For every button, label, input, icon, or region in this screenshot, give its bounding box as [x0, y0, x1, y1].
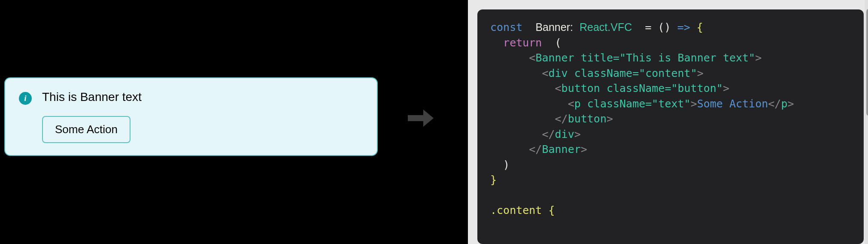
- code-editor[interactable]: const Banner: React.VFC = () => { return…: [477, 9, 864, 244]
- code-line: .content {: [490, 203, 853, 218]
- info-icon-glyph: i: [24, 94, 26, 103]
- svg-marker-1: [423, 110, 434, 127]
- banner-text: This is Banner text: [42, 90, 142, 104]
- code-line: <Banner title="This is Banner text">: [490, 50, 853, 66]
- code-line: </Banner>: [490, 142, 853, 157]
- code-line: const Banner: React.VFC = () => {: [490, 20, 853, 35]
- scrollbar-track[interactable]: [865, 0, 868, 244]
- scrollbar-thumb[interactable]: [866, 9, 868, 116]
- code-line: return (: [490, 35, 853, 51]
- code-line: </div>: [490, 127, 853, 142]
- action-button[interactable]: Some Action: [42, 116, 131, 143]
- code-line: ): [490, 157, 853, 173]
- banner-content: This is Banner text Some Action: [42, 90, 142, 143]
- banner: i This is Banner text Some Action: [4, 77, 378, 156]
- svg-rect-0: [408, 115, 423, 121]
- code-line: [490, 188, 853, 203]
- code-line: }: [490, 172, 853, 188]
- info-icon: i: [19, 92, 32, 105]
- code-line: <p className="text">Some Action</p>: [490, 96, 853, 112]
- code-line: <button className="button">: [490, 81, 853, 96]
- code-line: </button>: [490, 111, 853, 127]
- arrow-right-icon: [408, 107, 434, 131]
- code-panel-wrapper: const Banner: React.VFC = () => { return…: [468, 0, 868, 244]
- code-line: <div className="content">: [490, 66, 853, 81]
